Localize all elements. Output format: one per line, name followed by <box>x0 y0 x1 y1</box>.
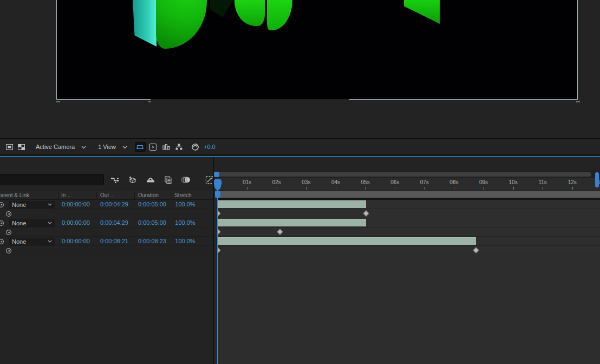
layer-duration-bar[interactable] <box>218 200 366 208</box>
ruler-label: 11s <box>538 179 546 185</box>
chevron-down-icon <box>122 146 127 149</box>
property-row[interactable] <box>0 209 213 218</box>
column-header-stretch[interactable]: Stretch <box>174 192 192 198</box>
green-3d-text-shadow <box>210 0 233 17</box>
pixel-aspect-ratio-icon[interactable] <box>135 142 146 152</box>
comp-corner-tick <box>56 101 60 102</box>
ruler-tick <box>366 187 366 190</box>
flowchart-icon[interactable] <box>174 142 185 152</box>
timeline-icon[interactable] <box>161 142 172 152</box>
out-value[interactable]: 0:00:04:29 <box>95 201 134 207</box>
green-3d-text-letter-middle-right <box>267 0 292 30</box>
in-value[interactable]: 0:00:00:00 <box>56 219 95 226</box>
green-3d-text-extrusion-side <box>133 0 156 47</box>
parent-pick-whip-icon[interactable] <box>0 220 4 226</box>
ruler-tick <box>306 187 306 190</box>
ruler-label: 03s <box>302 179 310 185</box>
transparency-grid-icon[interactable] <box>16 142 27 152</box>
keyframe-track-row <box>214 246 600 255</box>
property-row[interactable] <box>0 227 213 237</box>
chevron-down-icon <box>81 146 86 149</box>
region-of-interest-icon[interactable] <box>4 142 15 152</box>
ruler-tick <box>336 187 336 190</box>
frame-blending-icon[interactable] <box>163 175 174 185</box>
navigator-playhead-marker[interactable] <box>214 172 219 177</box>
green-3d-text-letter-left <box>156 0 207 49</box>
ruler-label: 06s <box>390 179 399 185</box>
comp-boundary-left <box>56 0 57 100</box>
keyframe-track-row <box>214 209 600 218</box>
parent-pick-whip-icon[interactable] <box>0 202 4 208</box>
ruler-tick <box>395 187 395 190</box>
vertical-scrollbar-thumb[interactable] <box>595 172 599 187</box>
playhead-handle[interactable] <box>214 179 221 190</box>
layer-track-rows <box>214 200 600 255</box>
parent-select[interactable]: None <box>9 238 55 245</box>
timeline-toggles <box>109 174 213 186</box>
viewer-toolbar: Active Camera 1 View +0.0 <box>0 139 600 154</box>
column-header-parent-link[interactable]: Parent & Link <box>0 192 29 198</box>
property-pick-whip-icon[interactable] <box>5 211 12 217</box>
layer-row[interactable]: None0:00:00:000:00:08:210:00:08:23100.0% <box>0 237 213 246</box>
column-header-duration[interactable]: Duration <box>138 192 159 198</box>
layer-track-row <box>214 237 600 246</box>
layer-track-row <box>214 200 600 209</box>
keyframe-diamond[interactable] <box>363 210 369 216</box>
stretch-value[interactable]: 100.0% <box>166 238 205 244</box>
column-header-in[interactable]: In ⌄ <box>61 192 71 198</box>
graph-editor-icon[interactable] <box>204 175 213 185</box>
keyframe-diamond[interactable] <box>473 247 479 253</box>
draft-3d-icon[interactable] <box>127 175 138 185</box>
in-value[interactable]: 0:00:00:00 <box>56 201 95 207</box>
layer-row[interactable]: None0:00:00:000:00:04:290:00:05:00100.0% <box>0 200 213 209</box>
parent-select[interactable]: None <box>9 201 55 209</box>
layer-rows-left: None0:00:00:000:00:04:290:00:05:00100.0%… <box>0 200 213 255</box>
layer-duration-bar[interactable] <box>218 237 477 245</box>
view-layout-label: 1 View <box>98 144 116 150</box>
layer-track-row <box>214 218 600 227</box>
timeline-column-headers: Parent & Link In ⌄ Out ⌄ Duration Stretc… <box>0 191 213 200</box>
comp-boundary-right <box>577 0 578 100</box>
stretch-value[interactable]: 100.0% <box>166 219 205 226</box>
layer-duration-bar[interactable] <box>218 219 366 226</box>
navigator-range-bar[interactable] <box>215 172 591 177</box>
fast-previews-icon[interactable] <box>148 142 159 152</box>
parent-pick-whip-icon[interactable] <box>0 238 4 245</box>
comp-mini-flowchart-icon[interactable] <box>109 175 120 185</box>
ruler-label: 05s <box>361 179 370 185</box>
out-value[interactable]: 0:00:08:21 <box>95 238 134 244</box>
property-pick-whip-icon[interactable] <box>5 248 12 254</box>
work-area-bar[interactable] <box>214 191 600 198</box>
timeline-search-input[interactable] <box>0 174 103 185</box>
timeline-navigator <box>214 171 600 178</box>
keyframe-diamond[interactable] <box>277 229 283 235</box>
stretch-value[interactable]: 100.0% <box>166 201 205 207</box>
exposure-value[interactable]: +0.0 <box>204 144 216 150</box>
motion-blur-icon[interactable] <box>181 175 192 185</box>
ruler-tick <box>513 187 514 190</box>
ruler-tick <box>543 187 543 190</box>
time-ruler[interactable]: 00s01s02s03s04s05s06s07s08s09s10s11s12s1… <box>214 178 600 191</box>
in-value[interactable]: 0:00:00:00 <box>56 238 95 244</box>
ruler-label: 10s <box>509 179 518 185</box>
ruler-tick <box>425 187 425 190</box>
property-pick-whip-icon[interactable] <box>5 229 12 236</box>
timeline-search-box[interactable] <box>0 174 104 185</box>
timeline-left-pane: Parent & Link In ⌄ Out ⌄ Duration Stretc… <box>0 157 213 364</box>
ruler-tick <box>277 187 277 190</box>
layer-row[interactable]: None0:00:00:000:00:04:290:00:05:00100.0% <box>0 218 213 227</box>
view-layout-select[interactable]: 1 View <box>94 141 132 152</box>
comp-boundary-bottom-left <box>56 99 151 100</box>
column-header-out[interactable]: Out ⌄ <box>100 192 114 198</box>
out-value[interactable]: 0:00:04:29 <box>95 219 134 226</box>
camera-view-select[interactable]: Active Camera <box>31 141 90 152</box>
comp-corner-tick <box>148 101 151 102</box>
shy-layers-icon[interactable] <box>145 175 156 185</box>
composition-view[interactable] <box>56 0 578 99</box>
property-row[interactable] <box>0 246 213 255</box>
playhead-workarea-block[interactable] <box>215 191 220 198</box>
ruler-label: 09s <box>479 179 488 185</box>
green-3d-text-letter-right <box>404 0 440 24</box>
reset-exposure-icon[interactable] <box>190 142 201 152</box>
parent-select[interactable]: None <box>9 219 55 227</box>
